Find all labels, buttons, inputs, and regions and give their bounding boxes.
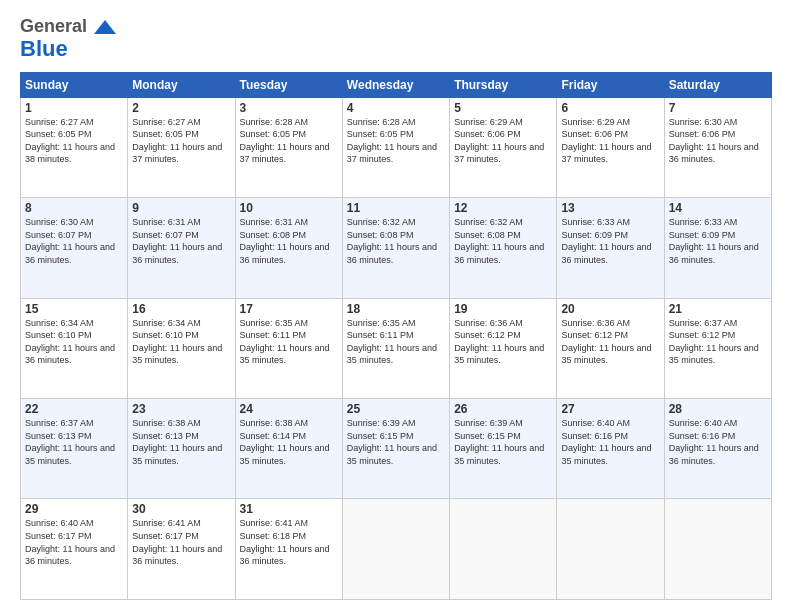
logo-blue: Blue — [20, 36, 68, 62]
calendar-day-header: Tuesday — [235, 72, 342, 97]
logo-icon — [94, 20, 116, 34]
day-number: 25 — [347, 402, 445, 416]
day-info: Sunrise: 6:28 AMSunset: 6:05 PMDaylight:… — [347, 116, 445, 166]
day-number: 23 — [132, 402, 230, 416]
day-info: Sunrise: 6:34 AMSunset: 6:10 PMDaylight:… — [132, 317, 230, 367]
day-info: Sunrise: 6:39 AMSunset: 6:15 PMDaylight:… — [347, 417, 445, 467]
day-number: 26 — [454, 402, 552, 416]
day-number: 31 — [240, 502, 338, 516]
day-info: Sunrise: 6:36 AMSunset: 6:12 PMDaylight:… — [454, 317, 552, 367]
day-number: 14 — [669, 201, 767, 215]
calendar-day-cell: 4Sunrise: 6:28 AMSunset: 6:05 PMDaylight… — [342, 97, 449, 197]
calendar-day-cell: 25Sunrise: 6:39 AMSunset: 6:15 PMDayligh… — [342, 399, 449, 499]
calendar-day-cell: 21Sunrise: 6:37 AMSunset: 6:12 PMDayligh… — [664, 298, 771, 398]
logo-text: General — [20, 16, 118, 38]
calendar-week-row: 15Sunrise: 6:34 AMSunset: 6:10 PMDayligh… — [21, 298, 772, 398]
calendar-week-row: 8Sunrise: 6:30 AMSunset: 6:07 PMDaylight… — [21, 198, 772, 298]
calendar-day-cell: 17Sunrise: 6:35 AMSunset: 6:11 PMDayligh… — [235, 298, 342, 398]
calendar-day-cell — [342, 499, 449, 600]
calendar-day-cell: 18Sunrise: 6:35 AMSunset: 6:11 PMDayligh… — [342, 298, 449, 398]
calendar-day-cell: 1Sunrise: 6:27 AMSunset: 6:05 PMDaylight… — [21, 97, 128, 197]
calendar-day-cell: 23Sunrise: 6:38 AMSunset: 6:13 PMDayligh… — [128, 399, 235, 499]
calendar-day-cell: 8Sunrise: 6:30 AMSunset: 6:07 PMDaylight… — [21, 198, 128, 298]
day-number: 22 — [25, 402, 123, 416]
day-info: Sunrise: 6:38 AMSunset: 6:13 PMDaylight:… — [132, 417, 230, 467]
calendar-day-cell: 7Sunrise: 6:30 AMSunset: 6:06 PMDaylight… — [664, 97, 771, 197]
calendar-week-row: 29Sunrise: 6:40 AMSunset: 6:17 PMDayligh… — [21, 499, 772, 600]
day-number: 11 — [347, 201, 445, 215]
day-number: 8 — [25, 201, 123, 215]
day-number: 6 — [561, 101, 659, 115]
calendar-day-cell: 20Sunrise: 6:36 AMSunset: 6:12 PMDayligh… — [557, 298, 664, 398]
calendar-day-cell: 19Sunrise: 6:36 AMSunset: 6:12 PMDayligh… — [450, 298, 557, 398]
day-info: Sunrise: 6:31 AMSunset: 6:08 PMDaylight:… — [240, 216, 338, 266]
calendar-day-cell — [557, 499, 664, 600]
calendar-day-cell: 5Sunrise: 6:29 AMSunset: 6:06 PMDaylight… — [450, 97, 557, 197]
day-number: 12 — [454, 201, 552, 215]
calendar-day-cell: 11Sunrise: 6:32 AMSunset: 6:08 PMDayligh… — [342, 198, 449, 298]
calendar-day-header: Saturday — [664, 72, 771, 97]
calendar-week-row: 22Sunrise: 6:37 AMSunset: 6:13 PMDayligh… — [21, 399, 772, 499]
calendar-table: SundayMondayTuesdayWednesdayThursdayFrid… — [20, 72, 772, 600]
day-number: 7 — [669, 101, 767, 115]
day-info: Sunrise: 6:27 AMSunset: 6:05 PMDaylight:… — [25, 116, 123, 166]
day-number: 30 — [132, 502, 230, 516]
day-number: 24 — [240, 402, 338, 416]
calendar-day-header: Sunday — [21, 72, 128, 97]
calendar-day-cell: 3Sunrise: 6:28 AMSunset: 6:05 PMDaylight… — [235, 97, 342, 197]
calendar-day-cell: 9Sunrise: 6:31 AMSunset: 6:07 PMDaylight… — [128, 198, 235, 298]
page: General Blue SundayMondayTuesdayWednesda… — [0, 0, 792, 612]
day-info: Sunrise: 6:31 AMSunset: 6:07 PMDaylight:… — [132, 216, 230, 266]
day-number: 18 — [347, 302, 445, 316]
day-info: Sunrise: 6:37 AMSunset: 6:13 PMDaylight:… — [25, 417, 123, 467]
calendar-header-row: SundayMondayTuesdayWednesdayThursdayFrid… — [21, 72, 772, 97]
calendar-day-cell: 31Sunrise: 6:41 AMSunset: 6:18 PMDayligh… — [235, 499, 342, 600]
day-info: Sunrise: 6:32 AMSunset: 6:08 PMDaylight:… — [347, 216, 445, 266]
day-number: 29 — [25, 502, 123, 516]
day-info: Sunrise: 6:36 AMSunset: 6:12 PMDaylight:… — [561, 317, 659, 367]
svg-marker-0 — [94, 20, 116, 34]
day-info: Sunrise: 6:30 AMSunset: 6:07 PMDaylight:… — [25, 216, 123, 266]
calendar-day-cell: 22Sunrise: 6:37 AMSunset: 6:13 PMDayligh… — [21, 399, 128, 499]
calendar-day-header: Wednesday — [342, 72, 449, 97]
calendar-day-cell: 14Sunrise: 6:33 AMSunset: 6:09 PMDayligh… — [664, 198, 771, 298]
day-info: Sunrise: 6:40 AMSunset: 6:17 PMDaylight:… — [25, 517, 123, 567]
calendar-day-cell: 12Sunrise: 6:32 AMSunset: 6:08 PMDayligh… — [450, 198, 557, 298]
calendar-day-cell: 28Sunrise: 6:40 AMSunset: 6:16 PMDayligh… — [664, 399, 771, 499]
day-info: Sunrise: 6:39 AMSunset: 6:15 PMDaylight:… — [454, 417, 552, 467]
day-info: Sunrise: 6:40 AMSunset: 6:16 PMDaylight:… — [669, 417, 767, 467]
calendar-day-cell — [664, 499, 771, 600]
day-number: 20 — [561, 302, 659, 316]
calendar-day-cell: 6Sunrise: 6:29 AMSunset: 6:06 PMDaylight… — [557, 97, 664, 197]
day-info: Sunrise: 6:29 AMSunset: 6:06 PMDaylight:… — [561, 116, 659, 166]
day-info: Sunrise: 6:35 AMSunset: 6:11 PMDaylight:… — [240, 317, 338, 367]
calendar-day-cell — [450, 499, 557, 600]
calendar-day-cell: 24Sunrise: 6:38 AMSunset: 6:14 PMDayligh… — [235, 399, 342, 499]
day-number: 15 — [25, 302, 123, 316]
calendar-day-cell: 27Sunrise: 6:40 AMSunset: 6:16 PMDayligh… — [557, 399, 664, 499]
calendar-day-header: Monday — [128, 72, 235, 97]
day-number: 2 — [132, 101, 230, 115]
calendar-day-cell: 10Sunrise: 6:31 AMSunset: 6:08 PMDayligh… — [235, 198, 342, 298]
calendar-day-cell: 16Sunrise: 6:34 AMSunset: 6:10 PMDayligh… — [128, 298, 235, 398]
day-number: 19 — [454, 302, 552, 316]
day-number: 16 — [132, 302, 230, 316]
day-info: Sunrise: 6:41 AMSunset: 6:18 PMDaylight:… — [240, 517, 338, 567]
day-number: 13 — [561, 201, 659, 215]
day-info: Sunrise: 6:30 AMSunset: 6:06 PMDaylight:… — [669, 116, 767, 166]
day-number: 10 — [240, 201, 338, 215]
calendar-day-cell: 2Sunrise: 6:27 AMSunset: 6:05 PMDaylight… — [128, 97, 235, 197]
calendar-day-cell: 15Sunrise: 6:34 AMSunset: 6:10 PMDayligh… — [21, 298, 128, 398]
day-info: Sunrise: 6:34 AMSunset: 6:10 PMDaylight:… — [25, 317, 123, 367]
calendar-week-row: 1Sunrise: 6:27 AMSunset: 6:05 PMDaylight… — [21, 97, 772, 197]
day-info: Sunrise: 6:41 AMSunset: 6:17 PMDaylight:… — [132, 517, 230, 567]
day-info: Sunrise: 6:32 AMSunset: 6:08 PMDaylight:… — [454, 216, 552, 266]
calendar-day-header: Thursday — [450, 72, 557, 97]
calendar-day-cell: 29Sunrise: 6:40 AMSunset: 6:17 PMDayligh… — [21, 499, 128, 600]
logo: General Blue — [20, 16, 118, 62]
day-info: Sunrise: 6:28 AMSunset: 6:05 PMDaylight:… — [240, 116, 338, 166]
day-info: Sunrise: 6:33 AMSunset: 6:09 PMDaylight:… — [561, 216, 659, 266]
day-info: Sunrise: 6:29 AMSunset: 6:06 PMDaylight:… — [454, 116, 552, 166]
day-info: Sunrise: 6:38 AMSunset: 6:14 PMDaylight:… — [240, 417, 338, 467]
day-number: 1 — [25, 101, 123, 115]
